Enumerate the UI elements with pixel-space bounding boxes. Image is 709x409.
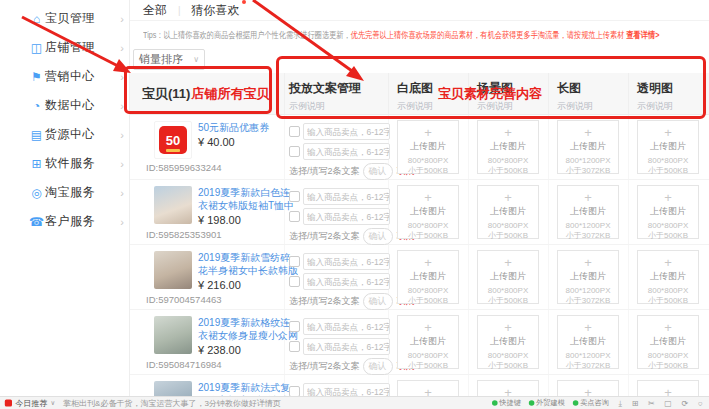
grid-icon[interactable]: ⊞ xyxy=(632,399,639,408)
upload-image-button[interactable]: +上传图片800*800PX小于500KB xyxy=(397,380,459,397)
sidebar-item-supply-center[interactable]: ▤货源中心› xyxy=(25,120,129,149)
selling-point-checkbox[interactable] xyxy=(289,211,300,222)
download-icon[interactable]: ⤓ xyxy=(619,398,623,408)
product-title-link[interactable]: 2019夏季新款雪纺碎花半身裙女中长款韩版白 xyxy=(198,251,298,277)
sidebar-item-software-service[interactable]: ⊞软件服务› xyxy=(25,149,129,178)
upload-image-button[interactable]: +上传图片800*1200PX小于3072KB xyxy=(557,380,619,397)
upload-cell: +上传图片800*1200PX小于3072KB xyxy=(549,180,629,244)
selling-point-checkbox[interactable] xyxy=(289,341,300,352)
product-thumbnail[interactable] xyxy=(154,251,192,289)
upload-image-button[interactable]: +上传图片800*1200PX小于3072KB xyxy=(557,120,619,174)
sidebar-item-shop-manage[interactable]: ◫店铺管理› xyxy=(25,33,129,62)
selling-point-checkbox[interactable] xyxy=(289,146,300,157)
window-icon[interactable]: ▢ xyxy=(664,399,672,408)
example-link[interactable]: 示例说明 xyxy=(637,100,709,113)
upload-image-button[interactable]: +上传图片800*800PX小于500KB xyxy=(637,380,699,397)
selling-point-input[interactable] xyxy=(303,318,390,335)
upload-cell: +上传图片800*800PX小于500KB xyxy=(469,375,549,397)
selling-point-checkbox[interactable] xyxy=(289,256,300,267)
upload-image-button[interactable]: +上传图片800*800PX小于500KB xyxy=(397,185,459,239)
upload-image-button[interactable]: +上传图片800*1200PX小于3072KB xyxy=(557,185,619,239)
upload-image-button[interactable]: +上传图片800*800PX小于500KB xyxy=(477,250,539,304)
selling-point-checkbox[interactable] xyxy=(289,276,300,287)
product-price: ¥ 216.00 xyxy=(198,279,298,291)
upload-image-button[interactable]: +上传图片800*1200PX小于3072KB xyxy=(557,315,619,369)
upload-image-button[interactable]: +上传图片800*800PX小于500KB xyxy=(637,250,699,304)
plugin-item[interactable]: 外贸建模 xyxy=(529,398,565,408)
example-link[interactable]: 示例说明 xyxy=(289,100,388,113)
plus-icon: + xyxy=(478,126,538,139)
recommend-headline-link[interactable]: 掌柜出刊&必备干货，淘宝运营大事了，3分钟教你做好详情页 xyxy=(63,397,281,408)
plus-icon: + xyxy=(398,126,458,139)
selling-point-input[interactable] xyxy=(303,123,390,140)
scissors-icon[interactable]: ✂ xyxy=(648,399,655,408)
upload-image-button[interactable]: +上传图片800*800PX小于500KB xyxy=(477,380,539,397)
plus-icon: + xyxy=(398,321,458,334)
upload-image-button[interactable]: +上传图片800*800PX小于500KB xyxy=(397,315,459,369)
upload-image-button[interactable]: +上传图片800*800PX小于500KB xyxy=(637,315,699,369)
product-thumbnail[interactable] xyxy=(154,381,192,397)
product-title-link[interactable]: 2019夏季新款格纹连衣裙女修身显瘦小众网红 xyxy=(198,316,298,342)
sidebar-item-product-manage[interactable]: ⌂宝贝管理› xyxy=(25,4,129,33)
product-title-link[interactable]: 2019夏季新款法式复古连衣裙小众设计感中长 xyxy=(198,381,298,397)
upload-image-button[interactable]: +上传图片800*800PX小于500KB xyxy=(477,315,539,369)
tab-divider: | xyxy=(178,5,181,16)
product-title-link[interactable]: 2019夏季新款白色连衣裙女韩版短袖T恤中长款 xyxy=(198,186,298,212)
upload-image-button[interactable]: +上传图片800*800PX小于500KB xyxy=(637,120,699,174)
sidebar-item-customer-service[interactable]: ☎客户服务› xyxy=(25,207,129,236)
column-header: 投放文案管理示例说明 xyxy=(285,73,389,114)
plugin-item[interactable]: 快捷键 xyxy=(492,398,521,408)
upload-size-hint: 800*800PX小于500KB xyxy=(638,156,698,176)
selling-point-input[interactable] xyxy=(303,253,390,270)
selling-point-checkbox[interactable] xyxy=(289,126,300,137)
coupon-thumbnail[interactable]: 50 xyxy=(154,121,192,159)
tab-guess-you-like[interactable]: 猜你喜欢 xyxy=(192,2,240,19)
selling-point-input[interactable] xyxy=(303,383,390,397)
upload-label: 上传图片 xyxy=(398,335,458,348)
copy-manage-cell: 选择/填写2条文案确认取消 xyxy=(285,375,389,397)
upload-image-button[interactable]: +上传图片800*800PX小于500KB xyxy=(637,185,699,239)
product-cell: 5050元新品优惠券¥ 40.00ID:585959633244 xyxy=(130,115,285,179)
sort-by-sales-select[interactable]: 销量排序 ∨ xyxy=(133,49,205,70)
sidebar-item-taobao-service[interactable]: ◎淘宝服务› xyxy=(25,178,129,207)
example-link[interactable]: 示例说明 xyxy=(477,100,548,113)
plugin-status-icon xyxy=(529,400,535,406)
upload-image-button[interactable]: +上传图片800*800PX小于500KB xyxy=(477,120,539,174)
selling-point-input[interactable] xyxy=(303,273,390,290)
upload-image-button[interactable]: +上传图片800*800PX小于500KB xyxy=(397,120,459,174)
upload-image-button[interactable]: +上传图片800*800PX小于500KB xyxy=(397,250,459,304)
selling-point-checkbox[interactable] xyxy=(289,191,300,202)
view-details-link[interactable]: 查看详情> xyxy=(626,30,659,40)
refresh-icon[interactable]: ⟳ xyxy=(681,399,688,408)
upload-label: 上传图片 xyxy=(478,270,538,283)
upload-image-button[interactable]: +上传图片800*1200PX小于3072KB xyxy=(557,250,619,304)
today-recommend-button[interactable]: 今日推荐 xyxy=(15,397,47,408)
sidebar-item-label: 店铺管理 xyxy=(45,39,120,56)
example-link[interactable]: 示例说明 xyxy=(397,100,468,113)
example-link[interactable]: 示例说明 xyxy=(557,100,628,113)
selling-point-input[interactable] xyxy=(303,188,390,205)
copy-hint: 选择/填写2条文案 xyxy=(289,295,360,308)
product-title-link[interactable]: 50元新品优惠券 xyxy=(198,121,298,134)
upload-size-hint: 800*800PX小于500KB xyxy=(638,351,698,371)
selling-point-input[interactable] xyxy=(303,143,390,160)
upload-image-button[interactable]: +上传图片800*800PX小于500KB xyxy=(477,185,539,239)
upload-label: 上传图片 xyxy=(398,205,458,218)
plugin-item[interactable]: 卖点咨询 xyxy=(573,398,609,408)
upload-cell: +上传图片800*800PX小于500KB xyxy=(629,180,709,244)
product-thumbnail[interactable] xyxy=(154,186,192,224)
tab-all[interactable]: 全部 xyxy=(143,2,167,19)
selling-point-input[interactable] xyxy=(303,338,390,355)
supply-center-icon: ▤ xyxy=(28,128,45,142)
product-thumbnail[interactable] xyxy=(154,316,192,354)
selling-point-input[interactable] xyxy=(303,208,390,225)
upload-size-hint: 800*800PX小于500KB xyxy=(638,221,698,241)
product-cell: 2019夏季新款格纹连衣裙女修身显瘦小众网红¥ 238.00ID:5950847… xyxy=(130,310,285,374)
sidebar-item-marketing-center[interactable]: ⚑营销中心› xyxy=(25,62,129,91)
upload-label: 上传图片 xyxy=(558,205,618,218)
search-icon[interactable]: ○ xyxy=(698,399,703,408)
products-column-header: 宝贝(11) 店铺所有宝贝 xyxy=(130,73,285,114)
sidebar-item-data-center[interactable]: ◔数据中心› xyxy=(25,91,129,120)
selling-point-checkbox[interactable] xyxy=(289,321,300,332)
chevron-down-icon[interactable]: ∨ xyxy=(50,399,55,406)
